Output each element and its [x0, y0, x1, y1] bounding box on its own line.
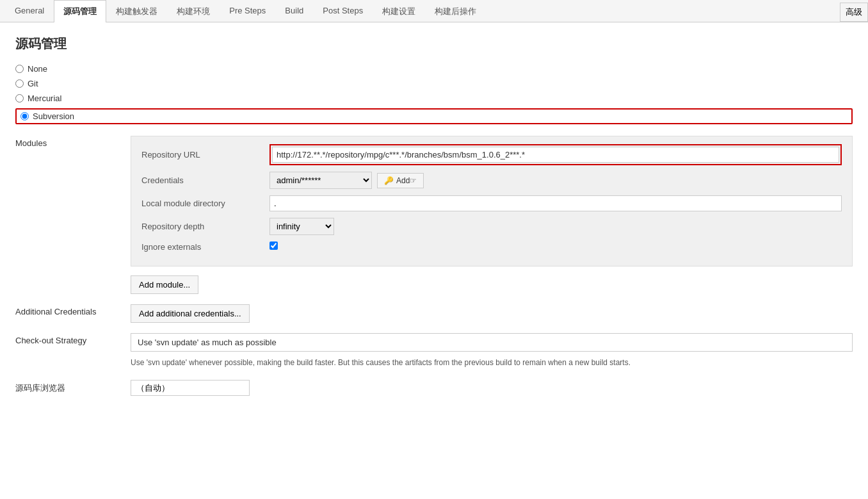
- tab-bar: General 源码管理 构建触发器 构建环境 Pre Steps Build …: [0, 0, 868, 22]
- source-browser-section: 源码库浏览器: [15, 380, 853, 396]
- tab-env[interactable]: 构建环境: [167, 0, 220, 22]
- source-browser-content: [131, 380, 853, 396]
- depth-select[interactable]: infinity empty files immediates: [269, 218, 334, 235]
- additional-credentials-label: Additional Credentials: [15, 304, 131, 316]
- tab-post-build[interactable]: 构建后操作: [425, 0, 486, 22]
- tab-build-settings[interactable]: 构建设置: [373, 0, 425, 22]
- tab-pre-steps[interactable]: Pre Steps: [220, 0, 275, 22]
- advanced-button[interactable]: 高级: [840, 3, 868, 22]
- page-title: 源码管理: [15, 35, 853, 53]
- credentials-label: Credentials: [141, 176, 269, 185]
- repo-url-highlight: [269, 144, 842, 165]
- credentials-field: admin/****** 🔑 Add☞: [269, 172, 842, 189]
- checkout-strategy-section: Check-out Strategy Use 'svn update' as m…: [15, 333, 853, 370]
- repo-url-row: Repository URL: [141, 144, 842, 165]
- tab-post-steps[interactable]: Post Steps: [313, 0, 373, 22]
- modules-section: Modules Repository URL Credentials: [15, 136, 853, 294]
- add-btn-label: Add☞: [396, 176, 417, 185]
- repo-depth-label: Repository depth: [141, 222, 269, 231]
- source-browser-input[interactable]: [131, 380, 250, 396]
- radio-mercurial-label: Mercurial: [28, 94, 61, 103]
- local-dir-label: Local module directory: [141, 199, 269, 208]
- add-credentials-button[interactable]: 🔑 Add☞: [377, 173, 424, 188]
- credentials-select[interactable]: admin/******: [269, 172, 372, 189]
- checkout-strategy-value: Use 'svn update' as much as possible: [131, 333, 853, 352]
- radio-none[interactable]: [15, 65, 24, 73]
- scm-option-git[interactable]: Git: [15, 79, 853, 88]
- local-dir-field: [269, 195, 842, 211]
- credentials-row: Credentials admin/****** 🔑 Add☞: [141, 172, 842, 189]
- repo-url-label: Repository URL: [141, 150, 269, 160]
- ignore-externals-checkbox[interactable]: [269, 241, 278, 250]
- checkout-strategy-content: Use 'svn update' as much as possible Use…: [131, 333, 853, 370]
- checkout-strategy-description: Use 'svn update' whenever possible, maki…: [131, 356, 853, 370]
- repo-depth-field: infinity empty files immediates: [269, 218, 842, 235]
- credentials-controls: admin/****** 🔑 Add☞: [269, 172, 842, 189]
- radio-none-label: None: [28, 64, 47, 74]
- tab-triggers[interactable]: 构建触发器: [106, 0, 167, 22]
- checkout-strategy-label: Check-out Strategy: [15, 333, 131, 345]
- scm-option-subversion[interactable]: Subversion: [15, 108, 853, 124]
- source-browser-label: 源码库浏览器: [15, 380, 131, 394]
- ignore-externals-label: Ignore externals: [141, 242, 269, 252]
- repo-url-input[interactable]: [272, 147, 839, 163]
- scm-option-none[interactable]: None: [15, 64, 853, 74]
- add-additional-credentials-button[interactable]: Add additional credentials...: [131, 304, 250, 323]
- local-dir-row: Local module directory: [141, 195, 842, 211]
- tab-build[interactable]: Build: [275, 0, 313, 22]
- local-dir-input[interactable]: [269, 195, 842, 211]
- modules-content: Repository URL Credentials admin/******: [131, 136, 853, 294]
- ignore-externals-row: Ignore externals: [141, 241, 842, 252]
- repo-url-field-wrapper: [269, 144, 842, 165]
- module-box: Repository URL Credentials admin/******: [131, 136, 853, 266]
- radio-git-label: Git: [28, 79, 38, 88]
- tab-general[interactable]: General: [5, 0, 54, 22]
- radio-git[interactable]: [15, 79, 24, 88]
- key-icon: 🔑: [384, 176, 394, 185]
- additional-credentials-section: Additional Credentials Add additional cr…: [15, 304, 853, 323]
- repo-depth-row: Repository depth infinity empty files im…: [141, 218, 842, 235]
- radio-mercurial[interactable]: [15, 94, 24, 102]
- additional-credentials-content: Add additional credentials...: [131, 304, 853, 323]
- modules-label: Modules: [15, 136, 131, 148]
- scm-radio-group: None Git Mercurial Subversion: [15, 64, 853, 124]
- add-module-button[interactable]: Add module...: [131, 275, 198, 294]
- tab-source[interactable]: 源码管理: [54, 0, 106, 22]
- scm-option-mercurial[interactable]: Mercurial: [15, 94, 853, 103]
- radio-subversion[interactable]: [20, 112, 29, 120]
- ignore-externals-field: [269, 241, 842, 252]
- radio-subversion-label: Subversion: [33, 111, 74, 121]
